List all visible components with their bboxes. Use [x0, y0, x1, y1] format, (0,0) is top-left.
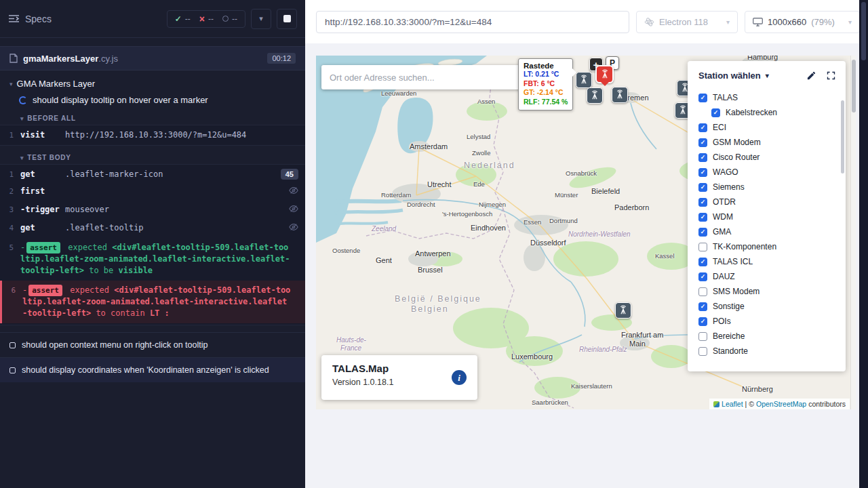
specs-menu-button[interactable]: Specs	[8, 14, 52, 24]
layer-item[interactable]: ECI	[698, 120, 842, 135]
checkbox[interactable]	[698, 347, 707, 356]
checkbox[interactable]	[698, 213, 707, 222]
spec-file-row[interactable]: gmaMarkersLayer.cy.js 00:12	[0, 46, 305, 70]
layer-item[interactable]: GMA	[698, 224, 842, 239]
layer-item[interactable]: POIs	[698, 314, 842, 329]
viewport-size: 1000x660	[768, 17, 806, 27]
layer-label: GMA	[713, 227, 731, 237]
scrollbar-thumb[interactable]	[852, 60, 856, 113]
test-box-icon	[9, 367, 16, 373]
command-row-get-tooltip[interactable]: 4 get .leaflet-tooltip	[0, 220, 305, 238]
map-label: Nordrhein-Westfalen	[568, 230, 631, 238]
collapsed-test-row[interactable]: should display coordinates when 'Koordin…	[0, 357, 305, 382]
checkbox[interactable]	[698, 258, 707, 266]
edit-pencil-icon[interactable]	[806, 70, 816, 81]
command-row-trigger[interactable]: 3 -trigger mouseover	[0, 201, 305, 220]
map-label: Zeeland	[372, 225, 396, 232]
command-row-get[interactable]: 1 get .leaflet-marker-icon 45	[0, 166, 305, 183]
layer-item[interactable]: WAGO	[698, 165, 842, 180]
tooltip-measurement: GT: -2.14 °C	[524, 88, 568, 98]
station-marker[interactable]	[612, 87, 628, 103]
collapse-all-button[interactable]: ▾	[251, 9, 271, 29]
map-label: Rheinland-Pfalz	[579, 346, 627, 353]
command-method: first	[20, 186, 65, 197]
command-number: 5	[0, 242, 20, 253]
checkbox[interactable]	[698, 272, 707, 281]
layer-item[interactable]: GSM Modem	[698, 135, 842, 150]
layer-item[interactable]: TALAS ICL	[698, 254, 842, 269]
layer-item[interactable]: TALAS	[698, 90, 842, 105]
layer-label: TALAS	[713, 93, 738, 102]
browser-select[interactable]: Electron 118 ▾	[636, 11, 738, 33]
checkbox[interactable]	[698, 123, 707, 132]
before-all-header[interactable]: ▾ BEFORE ALL	[20, 115, 305, 122]
layer-item[interactable]: Bereiche	[698, 329, 842, 344]
checkbox[interactable]	[711, 108, 720, 117]
layer-label: GSM Modem	[713, 138, 761, 147]
command-row-visit[interactable]: 1 visit http://192.168.10.33:3000/?m=12&…	[0, 127, 305, 144]
map-label: Amsterdam	[410, 142, 448, 150]
url-input[interactable]	[316, 11, 629, 33]
checkbox[interactable]	[698, 183, 707, 192]
leaflet-link[interactable]: Leaflet	[722, 400, 743, 408]
panel-scrollbar[interactable]	[841, 100, 844, 174]
checkbox[interactable]	[698, 168, 707, 177]
layer-item[interactable]: OTDR	[698, 195, 842, 209]
map-label: Main	[629, 340, 646, 348]
station-dropdown[interactable]: Station wählen ▾	[698, 70, 769, 81]
scrollbar-thumb[interactable]	[861, 2, 866, 60]
checkbox[interactable]	[698, 198, 707, 207]
command-row-first[interactable]: 2 first	[0, 183, 305, 201]
assert-failed-row[interactable]: 6 -assert expected <div#leaflet-tooltip-…	[0, 281, 305, 323]
checkbox[interactable]	[698, 153, 707, 162]
spec-extension: .cy.js	[98, 54, 118, 64]
test-title: should display tooltip on hover over a m…	[33, 95, 208, 105]
tooltip-measurement: FBT: 6 °C	[524, 79, 568, 89]
search-input[interactable]	[330, 73, 518, 83]
checkbox[interactable]	[698, 243, 707, 251]
checkbox[interactable]	[698, 317, 707, 326]
marker-tooltip[interactable]: Rastede LT: 0.21 °CFBT: 6 °CGT: -2.14 °C…	[518, 58, 573, 110]
layer-item[interactable]: TK-Komponenten	[698, 239, 842, 254]
layer-item[interactable]: SMS Modem	[698, 284, 842, 299]
page-scrollbar[interactable]	[850, 56, 856, 409]
leaflet-map[interactable]: FryslânLeeuwardenGroningenAssenZwolleAms…	[316, 56, 856, 409]
layer-item[interactable]: Siemens	[698, 180, 842, 195]
checkbox[interactable]	[698, 287, 707, 296]
map-label: Paderborn	[614, 203, 649, 211]
assert-passed-row[interactable]: 5 -assert expected <div#leaflet-tooltip-…	[0, 238, 305, 281]
layer-item[interactable]: Sonstige	[698, 299, 842, 314]
specs-list-icon	[8, 14, 20, 23]
checkbox[interactable]	[698, 302, 707, 311]
suite-title-row[interactable]: ▾ GMA Markers Layer	[0, 70, 305, 89]
checkbox[interactable]	[698, 228, 707, 237]
suite-title: GMA Markers Layer	[17, 79, 96, 89]
station-marker[interactable]	[615, 302, 631, 319]
tooltip-title: Rastede	[524, 62, 568, 70]
map-search-control[interactable]	[321, 65, 526, 89]
eye-slash-icon	[289, 186, 298, 199]
map-label: België / Belgique	[395, 294, 481, 304]
checkbox[interactable]	[698, 138, 707, 147]
layer-item[interactable]: Kabelstrecken	[711, 105, 842, 120]
osm-link[interactable]: OpenStreetMap	[756, 400, 806, 408]
viewport-select[interactable]: 1000x660 (79%) ▾	[745, 11, 860, 33]
checkbox[interactable]	[698, 94, 707, 102]
running-test-row[interactable]: should display tooltip on hover over a m…	[0, 89, 305, 106]
map-label: Luxembourg	[511, 352, 553, 361]
electron-icon	[644, 17, 654, 27]
app-scrollbar[interactable]	[859, 0, 868, 488]
layer-item[interactable]: WDM	[698, 209, 842, 224]
stop-button[interactable]	[277, 9, 297, 29]
layer-item[interactable]: DAUZ	[698, 269, 842, 284]
map-label: Saarbrücken	[532, 399, 568, 406]
info-icon[interactable]: i	[452, 370, 467, 385]
fullscreen-icon[interactable]	[826, 70, 836, 81]
layer-item[interactable]: Standorte	[698, 344, 842, 359]
checkbox[interactable]	[698, 332, 707, 341]
collapsed-test-row[interactable]: should open context menu on right-click …	[0, 332, 305, 357]
layer-item[interactable]: Cisco Router	[698, 150, 842, 165]
map-label: Essen	[524, 218, 541, 226]
test-body-header[interactable]: ▾ TEST BODY	[20, 154, 305, 161]
alert-marker[interactable]	[595, 65, 614, 83]
